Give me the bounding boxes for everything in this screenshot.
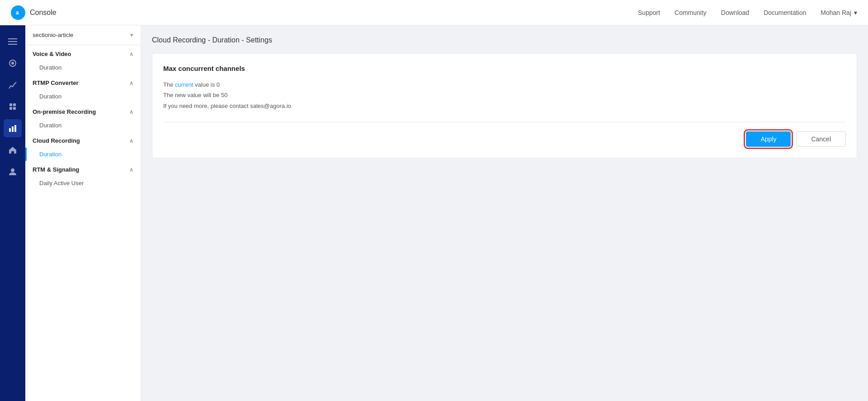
cloud-recording-chevron-icon: ∧ [129, 138, 133, 144]
on-premise-section: On-premise Recording ∧ Duration [25, 103, 141, 132]
voice-video-section: Voice & Video ∧ Duration [25, 45, 141, 74]
daily-active-user-item[interactable]: Daily Active User [25, 177, 141, 190]
svg-rect-11 [9, 128, 11, 132]
svg-text:a: a [16, 9, 19, 16]
cloud-recording-items: Duration [25, 148, 141, 161]
info-line-1: The current value is 0 [163, 79, 846, 90]
svg-rect-9 [9, 107, 12, 110]
content-area: Cloud Recording - Duration - Settings Ma… [141, 25, 868, 401]
page-title: Cloud Recording - Duration - Settings [152, 36, 857, 44]
on-premise-header[interactable]: On-premise Recording ∧ [25, 103, 141, 119]
on-premise-duration-item[interactable]: Duration [25, 119, 141, 132]
rtm-items: Daily Active User [25, 177, 141, 190]
rtm-signaling-label: RTM & Signaling [33, 166, 79, 173]
rtmp-duration-item[interactable]: Duration [25, 90, 141, 103]
svg-rect-3 [8, 41, 17, 42]
voice-video-label: Voice & Video [33, 51, 71, 57]
logo-icon: a [11, 5, 25, 20]
on-premise-chevron-icon: ∧ [129, 109, 133, 115]
main-layout: sectionio-article ▾ Voice & Video ∧ Dura… [0, 25, 868, 401]
voice-video-header[interactable]: Voice & Video ∧ [25, 45, 141, 61]
svg-point-6 [11, 62, 14, 65]
voice-video-duration-item[interactable]: Duration [25, 61, 141, 74]
svg-rect-4 [8, 44, 17, 45]
project-selector[interactable]: sectionio-article ▾ [25, 25, 141, 45]
app-title: Console [30, 9, 57, 17]
settings-card: Max concurrent channels The current valu… [152, 53, 857, 158]
project-name: sectionio-article [33, 32, 73, 38]
documentation-link[interactable]: Documentation [764, 9, 806, 16]
cloud-recording-header[interactable]: Cloud Recording ∧ [25, 132, 141, 148]
svg-rect-12 [12, 126, 14, 132]
voice-video-chevron-icon: ∧ [129, 51, 133, 57]
rtmp-converter-section: RTMP Converter ∧ Duration [25, 74, 141, 103]
info-line-2: The new value will be 50 [163, 90, 846, 100]
rtm-chevron-icon: ∧ [129, 167, 133, 173]
project-chevron-icon: ▾ [130, 32, 133, 38]
sidebar-icon-chart[interactable] [4, 119, 22, 137]
top-navbar: a Console Support Community Download Doc… [0, 0, 868, 25]
sidebar-icon-layers[interactable] [4, 98, 22, 116]
svg-rect-10 [13, 107, 16, 110]
nav-links: Support Community Download Documentation [638, 9, 806, 16]
on-premise-items: Duration [25, 119, 141, 132]
voice-video-items: Duration [25, 61, 141, 74]
card-actions: Apply Cancel [163, 122, 846, 147]
info-line-3: If you need more, please contact sales@a… [163, 101, 846, 111]
cloud-recording-label: Cloud Recording [33, 137, 80, 144]
svg-rect-13 [14, 125, 16, 132]
sidebar-icon-analytics[interactable] [4, 76, 22, 94]
rtmp-chevron-icon: ∧ [129, 80, 133, 86]
cloud-recording-section: Cloud Recording ∧ Duration [25, 132, 141, 161]
apply-button[interactable]: Apply [746, 131, 791, 147]
community-link[interactable]: Community [675, 9, 707, 16]
svg-rect-2 [8, 38, 17, 39]
user-chevron-icon: ▾ [854, 9, 857, 16]
logo-area: a Console [11, 5, 57, 20]
sidebar-icon-dashboard[interactable] [4, 54, 22, 72]
card-section-title: Max concurrent channels [163, 65, 846, 72]
on-premise-label: On-premise Recording [33, 108, 96, 115]
username: Mohan Raj [821, 9, 851, 16]
download-link[interactable]: Download [721, 9, 749, 16]
highlight-current: current [175, 81, 193, 88]
svg-point-14 [11, 168, 14, 172]
sidebar-icon-home[interactable] [4, 141, 22, 159]
svg-rect-7 [9, 103, 12, 106]
icon-sidebar [0, 25, 25, 401]
user-menu[interactable]: Mohan Raj ▾ [821, 9, 857, 16]
nav-sidebar: sectionio-article ▾ Voice & Video ∧ Dura… [25, 25, 141, 401]
sidebar-icon-menu[interactable] [4, 33, 22, 51]
support-link[interactable]: Support [638, 9, 660, 16]
rtmp-converter-label: RTMP Converter [33, 79, 79, 86]
rtm-signaling-section: RTM & Signaling ∧ Daily Active User [25, 161, 141, 190]
rtmp-items: Duration [25, 90, 141, 103]
rtm-signaling-header[interactable]: RTM & Signaling ∧ [25, 161, 141, 177]
card-info-text: The current value is 0 The new value wil… [163, 79, 846, 111]
svg-rect-8 [13, 103, 16, 106]
sidebar-icon-user[interactable] [4, 163, 22, 181]
cancel-button[interactable]: Cancel [796, 131, 846, 147]
rtmp-converter-header[interactable]: RTMP Converter ∧ [25, 74, 141, 90]
cloud-recording-duration-item[interactable]: Duration [25, 148, 141, 161]
